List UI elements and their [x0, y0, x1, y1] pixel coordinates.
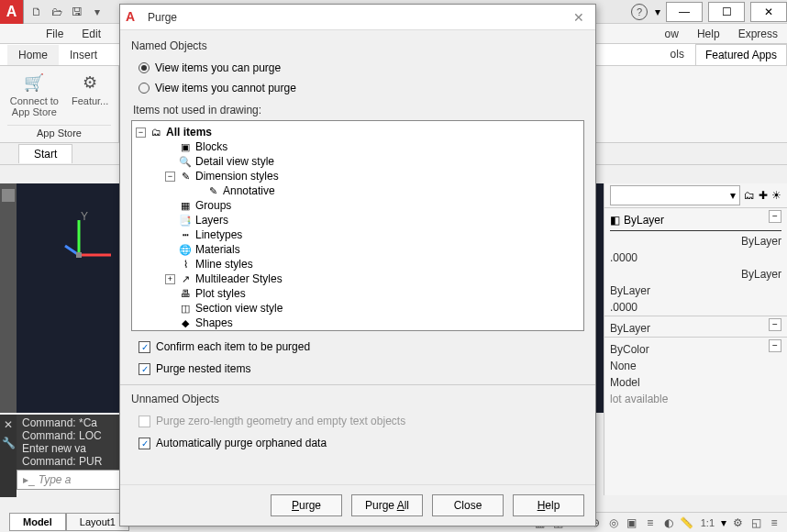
- save-icon[interactable]: 🖫: [70, 5, 84, 19]
- cmd-wrench-icon[interactable]: 🔧: [2, 437, 16, 449]
- tree-label: All items: [166, 126, 212, 139]
- tree-node-blocks[interactable]: ▣Blocks: [136, 139, 580, 154]
- help-button[interactable]: Help: [513, 494, 584, 516]
- menu-express[interactable]: Express: [729, 26, 787, 42]
- collapse-button[interactable]: −: [769, 210, 781, 223]
- layer-filter-icon[interactable]: ☀: [771, 189, 781, 202]
- featur-label: Featur...: [72, 95, 108, 106]
- collapse-button[interactable]: −: [769, 318, 781, 331]
- checkbox-orphaned[interactable]: ✓ Automatically purge orphaned data: [139, 437, 584, 449]
- tree-node-shapes[interactable]: ◆Shapes: [136, 316, 580, 330]
- close-button[interactable]: Close: [432, 494, 504, 516]
- cmd-close-icon[interactable]: ✕: [4, 418, 13, 431]
- dimension-icon: ✎: [206, 184, 219, 197]
- sb-scale[interactable]: 1:1: [698, 517, 717, 528]
- sb-transp-icon[interactable]: ◐: [661, 515, 676, 530]
- linetypes-icon: ┅: [179, 228, 192, 241]
- close-button[interactable]: ✕: [750, 2, 787, 22]
- dialog-close-button[interactable]: ✕: [568, 8, 590, 27]
- left-edge-bar: [0, 183, 17, 413]
- tab-home[interactable]: Home: [7, 45, 59, 65]
- tree-node-detail[interactable]: 🔍Detail view style: [136, 154, 580, 169]
- tree-node-mleader[interactable]: +↗Multileader Styles: [136, 272, 580, 286]
- menu-edit[interactable]: Edit: [72, 26, 110, 42]
- checkbox-icon: ✓: [139, 363, 150, 375]
- sb-3dobj-icon[interactable]: ▣: [625, 515, 639, 530]
- checkbox-nested[interactable]: ✓ Purge nested items: [139, 362, 584, 375]
- tab-featured-apps[interactable]: Featured Apps: [695, 44, 787, 65]
- folder-icon: 🗂: [150, 126, 162, 139]
- tree-node-linetypes[interactable]: ┅Linetypes: [136, 227, 580, 242]
- purge-tree[interactable]: − 🗂 All items ▣Blocks 🔍Detail view style…: [131, 120, 584, 331]
- tree-node-section[interactable]: ◫Section view style: [136, 301, 580, 316]
- tree-node-tablestyles[interactable]: ▤Table styles: [136, 330, 580, 331]
- prop-value: None: [604, 358, 787, 374]
- expand-icon[interactable]: +: [165, 274, 175, 284]
- collapse-icon[interactable]: −: [165, 172, 175, 182]
- tab-tools-partial[interactable]: ols: [660, 44, 695, 65]
- dialog-button-row: Purge Purge All Close Help: [120, 484, 595, 526]
- sb-gear-icon[interactable]: ⚙: [730, 515, 745, 530]
- purge-all-button[interactable]: Purge All: [351, 494, 423, 516]
- dropdown-icon[interactable]: ▾: [90, 5, 105, 19]
- menu-file[interactable]: File: [37, 26, 72, 42]
- collapse-icon[interactable]: −: [136, 127, 146, 138]
- help-dropdown-icon[interactable]: ▾: [655, 6, 660, 18]
- tree-label: Groups: [195, 199, 231, 212]
- layer-add-icon[interactable]: ✚: [759, 189, 768, 202]
- chevron-down-icon[interactable]: ▾: [721, 516, 726, 529]
- tab-start[interactable]: Start: [18, 144, 72, 163]
- tree-node-annotative[interactable]: ✎Annotative: [136, 183, 580, 198]
- menu-help[interactable]: Help: [688, 26, 729, 42]
- minimize-button[interactable]: —: [666, 2, 703, 22]
- help-icon[interactable]: ?: [631, 4, 648, 20]
- sb-osnap-icon[interactable]: ◎: [606, 515, 621, 530]
- tree-label: Shapes: [195, 316, 233, 329]
- blocks-icon: ▣: [179, 140, 192, 153]
- checkbox-zero-length[interactable]: Purge zero-length geometry and empty tex…: [139, 415, 584, 427]
- color-swatch-icon: ◧: [610, 214, 620, 227]
- open-icon[interactable]: 🗁: [50, 5, 64, 19]
- unnamed-objects-label: Unnamed Objects: [131, 393, 584, 405]
- layer-props-icon[interactable]: 🗂: [744, 189, 755, 202]
- tree-node-mline[interactable]: ⌇Mline styles: [136, 257, 580, 272]
- mline-icon: ⌇: [179, 258, 192, 271]
- featur-button[interactable]: ⚙ Featur...: [68, 70, 112, 119]
- tree-label: Dimension styles: [195, 170, 279, 183]
- checkbox-confirm[interactable]: ✓ Confirm each item to be purged: [139, 340, 584, 353]
- new-icon[interactable]: 🗋: [29, 5, 44, 19]
- svg-text:Y: Y: [81, 211, 88, 223]
- layers-icon: 📑: [179, 214, 192, 227]
- mleader-icon: ↗: [179, 272, 192, 285]
- sb-max-icon[interactable]: ◱: [748, 515, 763, 530]
- menu-window-partial[interactable]: ow: [656, 26, 688, 42]
- detail-icon: 🔍: [179, 155, 192, 168]
- radio-can-purge[interactable]: View items you can purge: [139, 61, 584, 74]
- prop-value: ByLayer: [604, 283, 787, 299]
- tree-node-groups[interactable]: ▦Groups: [136, 198, 580, 213]
- tab-model[interactable]: Model: [9, 513, 66, 531]
- tree-node-plot[interactable]: 🖶Plot styles: [136, 286, 580, 301]
- app-logo[interactable]: A: [0, 0, 24, 24]
- tree-node-dimension[interactable]: −✎Dimension styles: [136, 169, 580, 183]
- sb-custom-icon[interactable]: ≡: [767, 515, 781, 530]
- edge-tool-icon[interactable]: [2, 189, 15, 202]
- tree-label: Plot styles: [195, 287, 246, 300]
- tab-insert[interactable]: Insert: [59, 45, 108, 65]
- prop-value: lot available: [604, 391, 787, 407]
- tree-node-all[interactable]: − 🗂 All items: [136, 125, 580, 139]
- dialog-title-bar[interactable]: A Purge ✕: [120, 5, 595, 30]
- radio-cannot-purge[interactable]: View items you cannot purge: [139, 82, 584, 94]
- tree-node-materials[interactable]: 🌐Materials: [136, 242, 580, 257]
- sb-lineweight-icon[interactable]: ≡: [643, 515, 658, 530]
- maximize-button[interactable]: ☐: [708, 2, 745, 22]
- checkbox-label: Purge nested items: [156, 362, 250, 375]
- tree-node-layers[interactable]: 📑Layers: [136, 213, 580, 227]
- sb-ruler-icon[interactable]: 📏: [680, 515, 694, 530]
- layer-combo[interactable]: ▾: [610, 185, 740, 205]
- tree-label: Detail view style: [195, 155, 274, 168]
- section-icon: ◫: [179, 302, 192, 315]
- purge-button[interactable]: Purge: [271, 494, 342, 516]
- connect-appstore-button[interactable]: 🛒 Connect to App Store: [6, 70, 62, 119]
- collapse-button[interactable]: −: [769, 339, 781, 352]
